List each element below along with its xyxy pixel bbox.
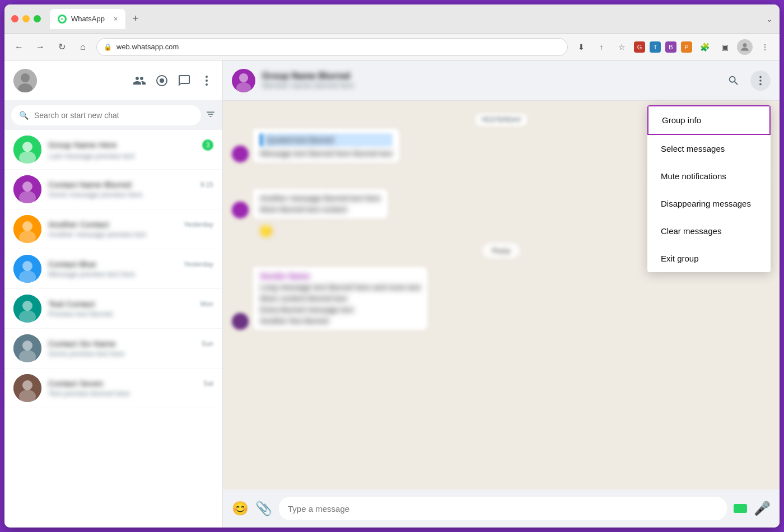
chat-item[interactable]: Contact Name Blurred 9:15 Some message p…: [4, 170, 222, 209]
svg-point-10: [22, 142, 32, 152]
filter-icon[interactable]: [206, 109, 216, 122]
chat-name: Another Contact: [48, 220, 109, 229]
chat-item[interactable]: Group Name Here 3 Last message preview t…: [4, 130, 222, 170]
more-options-icon[interactable]: [750, 71, 771, 91]
communities-icon[interactable]: [133, 74, 146, 87]
message-input-box: [279, 497, 727, 520]
sidebar-icons: [133, 74, 213, 87]
chat-preview: Message preview text here: [48, 270, 213, 278]
ext-icon-1[interactable]: G: [634, 41, 645, 53]
close-button[interactable]: [11, 15, 18, 22]
browser-menu-button[interactable]: ⋮: [757, 39, 773, 55]
message-input[interactable]: [288, 504, 718, 514]
message-bubble: Quoted text blurred Message text blurred…: [253, 129, 399, 162]
tab-bar: WhatsApp × +: [50, 9, 762, 29]
svg-point-34: [759, 80, 762, 82]
chat-area: Group Name Blurred Member names blurred …: [223, 60, 780, 528]
group-info-menu-item[interactable]: Group info: [647, 105, 771, 135]
sender-avatar: [232, 146, 249, 162]
select-messages-label: Select messages: [661, 144, 725, 153]
chat-time: 9:15: [200, 181, 213, 189]
back-button[interactable]: ←: [11, 39, 27, 55]
chat-name: Group Name Here: [48, 140, 117, 150]
reply-button[interactable]: Reply: [483, 243, 519, 258]
chat-header-avatar[interactable]: [232, 69, 255, 92]
disappearing-messages-menu-item[interactable]: Disappearing messages: [647, 190, 771, 217]
chat-name: Contact Blue: [48, 259, 96, 269]
chat-avatar: [13, 175, 41, 203]
sidebar-icon[interactable]: ▣: [717, 39, 732, 55]
emoji-button[interactable]: 😊: [232, 501, 249, 516]
bookmark-icon[interactable]: ☆: [614, 39, 629, 55]
chat-preview: Text preview blurred here: [48, 389, 213, 398]
mute-notifications-menu-item[interactable]: Mute notifications: [647, 162, 771, 190]
chat-preview: Preview text blurred: [48, 310, 213, 318]
svg-point-33: [759, 76, 762, 78]
svg-point-16: [22, 221, 32, 231]
profile-avatar[interactable]: [737, 39, 753, 55]
chat-name: Contact Name Blurred: [48, 180, 131, 189]
svg-point-13: [22, 181, 32, 192]
exit-group-label: Exit group: [661, 254, 699, 263]
select-messages-menu-item[interactable]: Select messages: [647, 135, 771, 162]
chat-info: Contact Name Blurred 9:15 Some message p…: [48, 180, 213, 199]
message-bubble: Another message blurred text here More b…: [253, 189, 388, 218]
chat-item[interactable]: Contact Seven Sat Text preview blurred h…: [4, 368, 222, 408]
chat-item[interactable]: Contact Blue Yesterday Message preview t…: [4, 249, 222, 289]
clear-messages-menu-item[interactable]: Clear messages: [647, 217, 771, 245]
chat-time: Yesterday: [184, 221, 213, 228]
forward-button[interactable]: →: [32, 39, 48, 55]
new-tab-button[interactable]: +: [128, 11, 143, 27]
chat-info: Group Name Here 3 Last message preview t…: [48, 139, 213, 160]
mic-button[interactable]: 🎤: [754, 501, 771, 516]
search-icon: 🔍: [19, 111, 29, 120]
chat-time: Yesterday: [184, 260, 213, 268]
disappearing-messages-label: Disappearing messages: [661, 199, 751, 208]
chat-item[interactable]: Teal Contact Mon Preview text blurred: [4, 289, 222, 329]
download-icon[interactable]: ⬇: [573, 39, 589, 55]
sidebar: 🔍 Group Name Here 3: [4, 60, 223, 528]
browser-action-icons: ⬇ ↑ ☆ G T B P 🧩 ▣ ⋮: [573, 39, 773, 55]
exit-group-menu-item[interactable]: Exit group: [647, 245, 771, 272]
chat-header-name: Group Name Blurred: [262, 71, 717, 81]
lock-icon: 🔒: [104, 43, 112, 51]
title-bar: WhatsApp × + ⌄: [4, 4, 780, 34]
chat-item[interactable]: Another Contact Yesterday Another messag…: [4, 209, 222, 249]
url-bar[interactable]: 🔒 web.whatsapp.com: [96, 38, 568, 56]
sender-avatar: [232, 202, 249, 218]
chat-avatar: [13, 334, 41, 362]
user-avatar[interactable]: [13, 69, 37, 92]
chat-time: Sat: [203, 380, 213, 388]
minimize-button[interactable]: [22, 15, 30, 22]
ext-icon-2[interactable]: T: [650, 41, 661, 53]
svg-point-2: [21, 73, 30, 82]
chat-preview: Some preview text here: [48, 349, 213, 358]
sidebar-more-icon[interactable]: [200, 74, 213, 87]
attach-button[interactable]: 📎: [255, 501, 272, 516]
refresh-button[interactable]: ↻: [54, 39, 69, 55]
maximize-button[interactable]: [34, 15, 41, 22]
typing-indicator: [734, 504, 747, 513]
chat-item[interactable]: Contact Six Name Sun Some preview text h…: [4, 329, 222, 368]
svg-point-31: [239, 73, 248, 82]
svg-point-38: [232, 313, 249, 330]
message-bubble: Sender Name Long message text blurred he…: [253, 267, 427, 330]
status-icon[interactable]: [155, 74, 169, 87]
share-icon[interactable]: ↑: [594, 39, 609, 55]
chat-avatar: [13, 295, 41, 323]
active-tab[interactable]: WhatsApp ×: [50, 9, 125, 29]
extensions-icon[interactable]: 🧩: [697, 39, 712, 55]
new-chat-icon[interactable]: [178, 74, 191, 87]
mute-notifications-label: Mute notifications: [661, 171, 726, 181]
svg-point-22: [22, 301, 32, 311]
home-button[interactable]: ⌂: [75, 39, 91, 55]
ext-icon-4[interactable]: P: [681, 41, 692, 53]
chat-info: Contact Blue Yesterday Message preview t…: [48, 259, 213, 278]
search-input[interactable]: [34, 111, 193, 120]
search-chat-icon[interactable]: [724, 71, 744, 91]
chat-header-subtitle: Member names blurred here: [262, 81, 717, 90]
ext-icon-3[interactable]: B: [665, 41, 676, 53]
tab-close-button[interactable]: ×: [114, 15, 118, 23]
chat-time: Mon: [200, 300, 213, 308]
svg-point-28: [22, 380, 32, 390]
